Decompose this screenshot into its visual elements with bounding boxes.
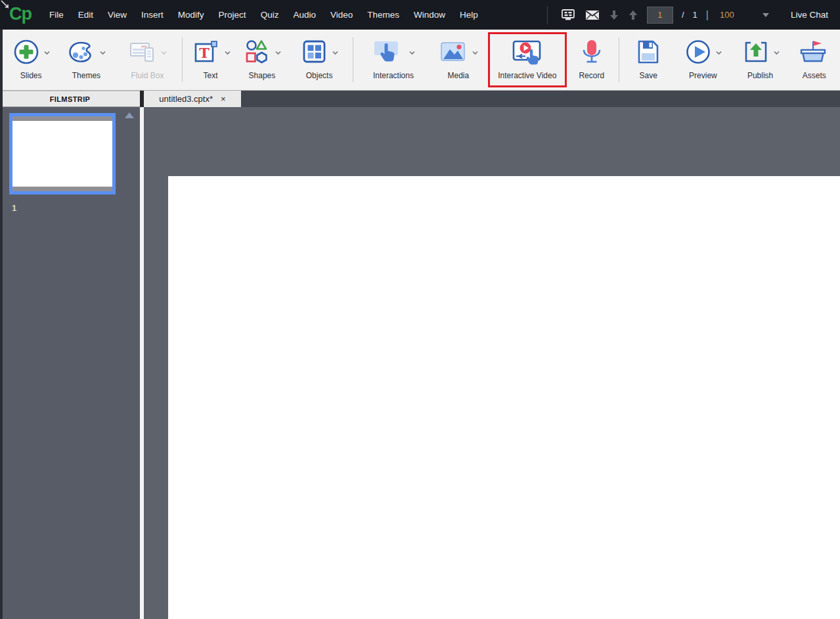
- menu-window[interactable]: Window: [407, 0, 453, 30]
- toolbar-button-label: Assets: [803, 71, 826, 80]
- save-button[interactable]: Save: [623, 30, 674, 90]
- slide-zoom-divider: |: [706, 9, 709, 21]
- panel-header-row: FILMSTRIP untitled3.cptx* ×: [0, 91, 840, 107]
- microphone-icon: [577, 37, 606, 66]
- menu-audio[interactable]: Audio: [286, 0, 323, 30]
- arrow-up-icon[interactable]: [628, 9, 638, 21]
- chevron-down-icon[interactable]: [409, 51, 415, 55]
- window-left-edge: [0, 30, 3, 619]
- live-chat-link[interactable]: Live Chat: [791, 10, 828, 20]
- toolbar-button-label: Interactions: [373, 71, 414, 80]
- mail-icon[interactable]: [585, 9, 600, 21]
- mouse-cursor-icon: [0, 0, 12, 12]
- menu-items: File Edit View Insert Modify Project Qui…: [42, 0, 485, 30]
- publish-button[interactable]: Publish: [732, 30, 788, 90]
- toolbar-button-label: Publish: [747, 71, 773, 80]
- slide-thumbnail[interactable]: [9, 113, 116, 195]
- media-button[interactable]: Media: [430, 30, 487, 90]
- text-icon: T: [191, 37, 221, 66]
- toolbar-button-label: Save: [639, 71, 657, 80]
- shapes-button[interactable]: Shapes: [235, 30, 289, 90]
- menu-view[interactable]: View: [100, 0, 134, 30]
- toolbar-separator: [353, 37, 353, 82]
- menu-modify[interactable]: Modify: [171, 0, 211, 30]
- thumbnail-bottom-strip: [12, 187, 112, 191]
- slide-number-input[interactable]: 1: [647, 7, 673, 24]
- assets-button[interactable]: Assets: [789, 30, 840, 90]
- toolbar-button-label: Media: [448, 71, 470, 80]
- objects-button[interactable]: Objects: [289, 30, 349, 90]
- zoom-dropdown-icon[interactable]: [763, 13, 769, 17]
- canvas-area: [144, 107, 840, 619]
- filmstrip-panel-header: FILMSTRIP: [0, 91, 140, 107]
- tab-title: untitled3.cptx*: [159, 94, 213, 104]
- fluid-box-icon: [127, 37, 158, 66]
- chevron-down-icon[interactable]: [275, 51, 281, 55]
- menu-edit[interactable]: Edit: [71, 0, 100, 30]
- shapes-icon: [243, 37, 272, 66]
- chevron-down-icon[interactable]: [774, 51, 780, 55]
- themes-palette-icon: [66, 37, 97, 66]
- toolbar-button-label: Themes: [72, 71, 100, 80]
- preview-button[interactable]: Preview: [674, 30, 732, 90]
- main-toolbar: Slides Themes: [0, 30, 840, 91]
- slide-total: 1: [693, 10, 697, 20]
- workspace: 1: [0, 107, 840, 619]
- slide-number-label: 1: [12, 203, 16, 213]
- toolbar-button-label: Preview: [689, 71, 717, 80]
- toolbar-button-label: Text: [204, 71, 218, 80]
- zoom-level-value[interactable]: 100: [717, 10, 737, 20]
- preview-play-icon: [684, 37, 713, 66]
- menubar-right-controls: 1 / 1 | 100 Live Chat: [543, 6, 828, 24]
- text-button[interactable]: T Text: [186, 30, 234, 90]
- floppy-save-icon: [634, 37, 663, 66]
- slide-nav-separator: /: [682, 10, 684, 20]
- filmstrip-panel: 1: [0, 107, 140, 619]
- slide-stage[interactable]: [168, 176, 840, 619]
- arrow-down-icon[interactable]: [609, 9, 619, 21]
- objects-grid-icon: [300, 37, 329, 66]
- publish-upload-icon: [741, 37, 770, 66]
- menu-video[interactable]: Video: [323, 0, 360, 30]
- menu-help[interactable]: Help: [453, 0, 485, 30]
- interactive-video-icon: [510, 37, 545, 68]
- menu-themes[interactable]: Themes: [360, 0, 407, 30]
- chevron-down-icon[interactable]: [100, 51, 106, 55]
- tab-untitled3[interactable]: untitled3.cptx* ×: [144, 91, 241, 107]
- toolbar-button-label: Shapes: [249, 71, 276, 80]
- toolbar-button-label: Interactive Video: [498, 71, 556, 80]
- menubar-separator: [547, 6, 548, 24]
- interactions-hand-icon: [372, 37, 406, 66]
- themes-button[interactable]: Themes: [56, 30, 116, 90]
- chevron-down-icon[interactable]: [332, 51, 338, 55]
- record-button[interactable]: Record: [568, 30, 615, 90]
- menu-project[interactable]: Project: [211, 0, 254, 30]
- chevron-down-icon[interactable]: [44, 51, 50, 55]
- interactions-button[interactable]: Interactions: [357, 30, 430, 90]
- captions-device-icon[interactable]: [560, 8, 576, 22]
- media-image-icon: [439, 37, 469, 66]
- menu-quiz[interactable]: Quiz: [254, 0, 286, 30]
- assets-box-icon: [799, 37, 830, 66]
- menu-file[interactable]: File: [42, 0, 71, 30]
- svg-text:T: T: [199, 45, 210, 61]
- chevron-down-icon[interactable]: [472, 51, 478, 55]
- toolbar-button-label: Objects: [306, 71, 333, 80]
- captivate-logo: Cp: [9, 4, 32, 24]
- toolbar-separator: [182, 37, 183, 82]
- fluid-box-button: Fluid Box: [116, 30, 179, 90]
- chevron-down-icon: [161, 51, 167, 55]
- toolbar-separator: [619, 37, 619, 82]
- chevron-down-icon[interactable]: [225, 51, 231, 55]
- tab-close-icon[interactable]: ×: [221, 95, 226, 103]
- menu-bar: Cp File Edit View Insert Modify Project …: [0, 0, 840, 30]
- chevron-down-icon[interactable]: [716, 51, 722, 55]
- scroll-up-icon[interactable]: [125, 112, 134, 118]
- toolbar-button-label: Record: [579, 71, 604, 80]
- interactive-video-button[interactable]: Interactive Video: [488, 32, 567, 87]
- slides-plus-icon: [12, 37, 41, 66]
- slides-button[interactable]: Slides: [5, 30, 56, 90]
- captivate-window: Cp File Edit View Insert Modify Project …: [0, 0, 840, 619]
- toolbar-button-label: Fluid Box: [131, 71, 164, 80]
- menu-insert[interactable]: Insert: [134, 0, 171, 30]
